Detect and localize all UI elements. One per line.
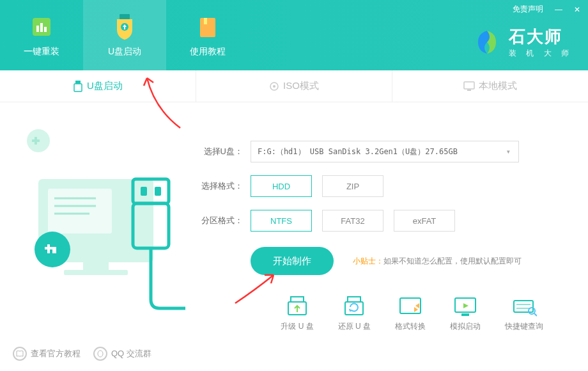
svg-rect-26 — [141, 187, 147, 196]
window-controls: 免责声明 — ✕ — [513, 4, 580, 15]
footer-qq-link[interactable]: QQ 交流群 — [93, 347, 151, 361]
svg-rect-16 — [48, 189, 112, 233]
svg-rect-4 — [120, 14, 130, 19]
svg-rect-34 — [461, 313, 469, 316]
tip-text: 小贴士：如果不知道怎么配置，使用默认配置即可 — [353, 256, 522, 267]
format-option-hdd[interactable]: HDD — [251, 175, 312, 197]
bar-chart-icon — [27, 13, 56, 41]
svg-rect-28 — [291, 297, 304, 302]
svg-point-38 — [529, 308, 535, 314]
brand-logo-icon — [473, 28, 501, 56]
tool-upgrade-usb[interactable]: 升级 U 盘 — [281, 294, 313, 332]
svg-point-11 — [273, 85, 275, 88]
svg-rect-13 — [467, 90, 471, 91]
start-create-button[interactable]: 开始制作 — [251, 247, 334, 275]
usb-drive-select[interactable]: F:G:（hd1） USB SanDisk 3.2Gen1（U盘）27.65GB — [251, 141, 519, 162]
tab-usb-boot[interactable]: U盘启动 — [0, 70, 196, 102]
partition-format-label: 分区格式： — [198, 215, 243, 226]
nav-reinstall[interactable]: 一键重装 — [0, 0, 83, 70]
nav-usb-boot[interactable]: U盘启动 — [83, 0, 166, 70]
svg-rect-20 — [83, 262, 109, 270]
svg-rect-1 — [36, 26, 39, 32]
usb-illustration — [19, 122, 185, 301]
svg-rect-30 — [348, 297, 360, 302]
tool-simulate-boot[interactable]: 模拟启动 — [450, 294, 481, 332]
mode-tabs: U盘启动 ISO模式 本地模式 — [0, 70, 588, 102]
partition-option-fat32[interactable]: FAT32 — [322, 210, 383, 232]
main-nav: 一键重装 U盘启动 使用教程 — [0, 0, 249, 70]
disclaimer-link[interactable]: 免责声明 — [513, 4, 543, 15]
format-option-zip[interactable]: ZIP — [322, 175, 383, 197]
tool-icons: 升级 U 盘 还原 U 盘 格式转换 模拟启动 快捷键查询 — [198, 294, 569, 332]
usb-icon — [73, 81, 83, 92]
tool-format-convert[interactable]: 格式转换 — [395, 294, 426, 332]
header: 免责声明 — ✕ 一键重装 U盘启动 使用教程 石大师 装 机 大 师 — [0, 0, 588, 70]
svg-point-40 — [98, 351, 103, 357]
svg-rect-21 — [64, 270, 128, 275]
iso-icon — [269, 81, 279, 91]
close-button[interactable]: ✕ — [574, 5, 580, 14]
select-usb-label: 选择U盘： — [198, 146, 243, 157]
footer-links: 查看官方教程 QQ 交流群 — [13, 347, 151, 361]
footer-tutorial-link[interactable]: 查看官方教程 — [13, 347, 81, 361]
nav-reinstall-label: 一键重装 — [24, 46, 59, 58]
config-form: 选择U盘： F:G:（hd1） USB SanDisk 3.2Gen1（U盘）2… — [198, 122, 569, 332]
svg-line-39 — [534, 313, 537, 316]
tab-iso-mode[interactable]: ISO模式 — [196, 70, 392, 102]
minimize-button[interactable]: — — [555, 5, 562, 14]
brand-title: 石大师 — [509, 26, 573, 48]
brand-subtitle: 装 机 大 师 — [509, 48, 573, 59]
svg-rect-9 — [74, 84, 82, 91]
tool-shortcut-lookup[interactable]: 快捷键查询 — [505, 294, 543, 332]
nav-usb-label: U盘启动 — [108, 46, 141, 58]
main-content: 选择U盘： F:G:（hd1） USB SanDisk 3.2Gen1（U盘）2… — [0, 102, 588, 338]
svg-rect-3 — [44, 27, 47, 32]
nav-tutorial[interactable]: 使用教程 — [166, 0, 249, 70]
tip-label: 小贴士： — [353, 257, 383, 265]
svg-rect-12 — [464, 82, 474, 89]
usb-shield-icon — [111, 13, 139, 41]
partition-option-exfat[interactable]: exFAT — [394, 210, 455, 232]
tool-restore-usb[interactable]: 还原 U 盘 — [338, 294, 371, 332]
book-icon — [194, 13, 222, 41]
svg-rect-7 — [204, 18, 207, 24]
svg-rect-27 — [155, 187, 161, 196]
nav-tutorial-label: 使用教程 — [190, 46, 226, 58]
brand: 石大师 装 机 大 师 — [473, 26, 573, 59]
select-format-label: 选择格式： — [198, 180, 243, 192]
monitor-icon — [463, 81, 475, 91]
svg-rect-2 — [40, 23, 43, 32]
svg-rect-35 — [514, 301, 533, 312]
svg-rect-6 — [200, 18, 215, 37]
partition-option-ntfs[interactable]: NTFS — [251, 210, 312, 232]
book-open-icon — [13, 347, 27, 361]
qq-icon — [93, 347, 107, 361]
tab-local-mode[interactable]: 本地模式 — [392, 70, 588, 102]
